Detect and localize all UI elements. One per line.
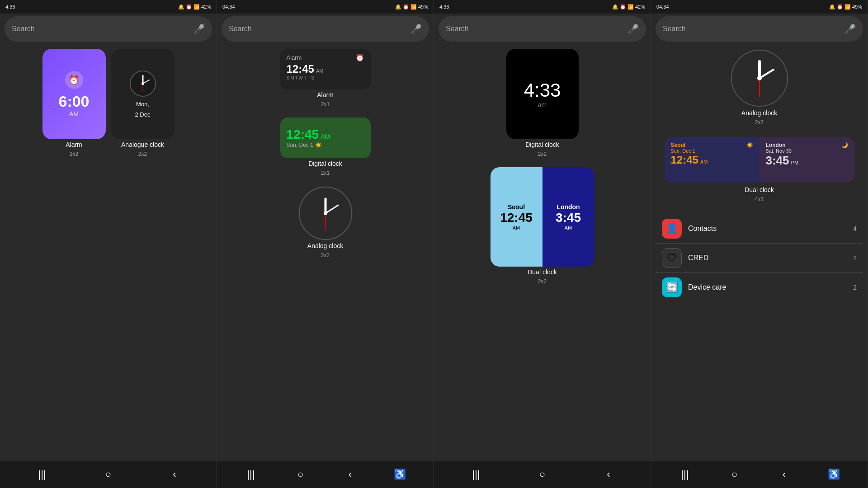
- dual-left-city: Seoul: [508, 203, 525, 211]
- analog-2x2-size: 2x2: [755, 119, 764, 130]
- nav-bar-3: ||| ○ ‹: [434, 461, 651, 488]
- digital-2x1-widget: 12:45 AM Sun, Dec 1 ☀️: [280, 117, 371, 158]
- alarm-2x1-label: Alarm: [317, 91, 334, 99]
- status-bar-3: 4:33 🔔 ⏰ 📶 42%: [434, 0, 651, 14]
- home-btn-2[interactable]: ○: [291, 465, 311, 484]
- back-btn-4[interactable]: ‹: [774, 465, 794, 484]
- analogue-date2: 2 Dec: [135, 111, 151, 118]
- analogue-clock-item[interactable]: Mon, 2 Dec Analogue clock 2x2: [111, 49, 175, 162]
- alarm-icon: ⏰: [65, 71, 83, 89]
- back-btn-1[interactable]: ‹: [165, 465, 184, 484]
- recent-btn-3[interactable]: |||: [466, 465, 486, 484]
- status-icons-3: 🔔 ⏰ 📶 42%: [612, 4, 645, 10]
- status-icons-2: 🔔 ⏰ 📶 49%: [395, 4, 428, 10]
- search-placeholder-3: Search: [446, 25, 623, 33]
- contacts-name: Contacts: [688, 225, 847, 233]
- digital-2x2-item[interactable]: 4:33 am Digital clock 2x2: [439, 49, 646, 162]
- panel3-content: 4:33 am Digital clock 2x2 Seoul 12:45 AM…: [434, 44, 651, 461]
- mic-icon-4[interactable]: 🎤: [844, 23, 856, 34]
- alarm-2x1-header-label: Alarm: [287, 54, 302, 61]
- status-bar-4: 04:34 🔔 ⏰ 📶 49%: [651, 0, 868, 14]
- mic-icon-3[interactable]: 🎤: [627, 23, 639, 34]
- mic-icon-1[interactable]: 🎤: [193, 23, 205, 34]
- dual-right-time: 3:45: [556, 211, 581, 225]
- dual-4x1-right-date: Sat, Nov 30: [766, 148, 848, 154]
- app-list-item-cred[interactable]: 🛡 CRED 2: [656, 244, 863, 273]
- alarm-2x1-widget: Alarm ⏰ 12:45 AM SMTWTFS: [280, 49, 371, 89]
- search-bar-4[interactable]: Search 🎤: [656, 16, 863, 42]
- app-list-item-device-care[interactable]: 🔄 Device care 2: [656, 273, 863, 302]
- search-placeholder-4: Search: [663, 25, 840, 33]
- nav-bar-2: ||| ○ ‹ ♿: [217, 461, 434, 488]
- mic-icon-2[interactable]: 🎤: [410, 23, 422, 34]
- dual-4x1-left-time: 12:45: [671, 154, 698, 166]
- analog-2x2-item[interactable]: Analog clock 2x2: [656, 49, 863, 130]
- dual-2x2-widget: Seoul 12:45 AM London 3:45 AM: [491, 167, 594, 267]
- analog-round-label: Analog clock: [307, 242, 343, 250]
- search-bar-2[interactable]: Search 🎤: [222, 16, 429, 42]
- panel2-content: Alarm ⏰ 12:45 AM SMTWTFS Alarm 2x1 12:45…: [217, 44, 434, 461]
- battery-3: 42%: [635, 4, 645, 9]
- digital-2x1-ampm: AM: [321, 133, 330, 140]
- analogue-widget: Mon, 2 Dec: [111, 49, 175, 139]
- home-btn-3[interactable]: ○: [532, 465, 552, 484]
- search-placeholder-1: Search: [12, 25, 189, 33]
- home-btn-1[interactable]: ○: [98, 465, 118, 484]
- analogue-size: 2x2: [138, 151, 147, 162]
- back-btn-3[interactable]: ‹: [599, 465, 618, 484]
- dual-4x1-size: 4x1: [755, 196, 764, 207]
- svg-point-9: [324, 211, 327, 215]
- alarm-2x1-time: 12:45: [287, 63, 314, 75]
- recent-btn-1[interactable]: |||: [32, 465, 52, 484]
- app-list-item-contacts[interactable]: 👤 Contacts 4: [656, 214, 863, 244]
- analogue-clock-svg: [129, 70, 156, 97]
- alarm-2x2-item[interactable]: ⏰ 6:00 AM Alarm 2x2: [42, 49, 106, 162]
- phone-panel-2: 04:34 🔔 ⏰ 📶 49% Search 🎤 Alarm ⏰ 12:45 A…: [217, 0, 434, 488]
- recent-btn-2[interactable]: |||: [241, 465, 261, 484]
- home-btn-4[interactable]: ○: [725, 465, 745, 484]
- alarm-label: Alarm: [66, 141, 82, 149]
- accessibility-btn-4[interactable]: ♿: [824, 465, 844, 484]
- dual-4x1-left-ampm: AM: [700, 159, 708, 164]
- back-btn-2[interactable]: ‹: [340, 465, 360, 484]
- search-bar-3[interactable]: Search 🎤: [439, 16, 646, 42]
- contacts-icon: 👤: [662, 219, 682, 239]
- dual-4x1-right-city: London 🌙: [766, 142, 848, 148]
- digital-2x1-size: 2x1: [321, 170, 330, 181]
- alarm-clock-icon: ⏰: [355, 53, 364, 62]
- alarm-2x1-item[interactable]: Alarm ⏰ 12:45 AM SMTWTFS Alarm 2x1: [222, 49, 429, 112]
- digital-2x2-size: 2x2: [538, 151, 547, 162]
- accessibility-btn-2[interactable]: ♿: [390, 465, 410, 484]
- alarm-time: 6:00: [58, 93, 89, 110]
- alarm-2x1-ampm: AM: [316, 68, 324, 74]
- analog-round-item[interactable]: Analog clock 2x2: [222, 186, 429, 263]
- battery-4: 49%: [852, 4, 862, 9]
- dual-4x1-left-date: Sun, Dec 1: [671, 148, 753, 154]
- analog-round-size: 2x2: [321, 252, 330, 263]
- battery-1: 42%: [201, 4, 211, 9]
- digital-2x2-widget: 4:33 am: [506, 49, 579, 139]
- recent-btn-4[interactable]: |||: [675, 465, 695, 484]
- dual-4x1-left-city: Seoul ☀️: [671, 142, 753, 148]
- dual-4x1-item[interactable]: Seoul ☀️ Sun, Dec 1 12:45 AM London 🌙 Sa…: [656, 136, 863, 207]
- digital-2x1-time: 12:45: [287, 127, 319, 142]
- search-bar-1[interactable]: Search 🎤: [5, 16, 212, 42]
- svg-point-4: [142, 82, 144, 85]
- dual-4x1-widget: Seoul ☀️ Sun, Dec 1 12:45 AM London 🌙 Sa…: [665, 137, 854, 183]
- digital-2x1-item[interactable]: 12:45 AM Sun, Dec 1 ☀️ Digital clock 2x1: [222, 117, 429, 181]
- analogue-label: Analogue clock: [121, 141, 164, 149]
- dual-2x2-item[interactable]: Seoul 12:45 AM London 3:45 AM Dual clock…: [439, 167, 646, 289]
- dual-right: London 3:45 AM: [542, 167, 594, 267]
- status-time-1: 4:33: [5, 4, 15, 9]
- battery-2: 49%: [418, 4, 428, 9]
- phone-panel-3: 4:33 🔔 ⏰ 📶 42% Search 🎤 4:33 am Digital …: [434, 0, 651, 488]
- digital-2x2-label: Digital clock: [525, 141, 559, 149]
- dual-right-city: London: [557, 203, 580, 211]
- svg-point-14: [757, 76, 762, 80]
- analog-2x2-widget: [730, 49, 789, 108]
- digital-2x1-date: Sun, Dec 1 ☀️: [287, 142, 364, 148]
- device-care-name: Device care: [688, 283, 847, 291]
- dual-4x1-left: Seoul ☀️ Sun, Dec 1 12:45 AM: [665, 137, 760, 183]
- dual-left-ampm: AM: [513, 225, 520, 230]
- analog-round-widget: [298, 186, 353, 240]
